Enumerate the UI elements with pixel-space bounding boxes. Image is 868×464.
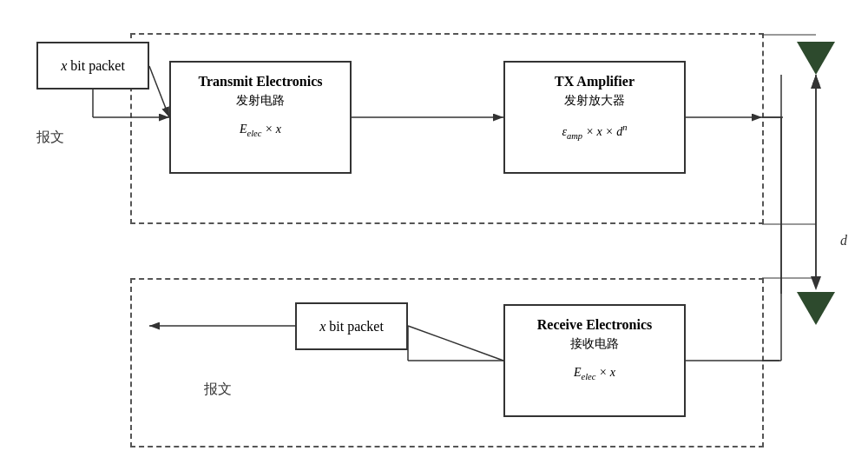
tx-elec-title-en: Transmit Electronics <box>199 73 323 89</box>
tx-amp-formula: εamp × x × dn <box>562 123 628 140</box>
distance-label: d <box>840 233 847 249</box>
rx-elec-formula: Eelec × x <box>574 366 615 381</box>
tx-elec-formula: Eelec × x <box>240 123 281 138</box>
packet-bottom-label: x bit packet <box>319 319 384 335</box>
tx-elec-box: Transmit Electronics 发射电路 Eelec × x <box>169 61 352 174</box>
packet-top-text: bit packet <box>67 58 125 73</box>
packet-top-label: x bit packet <box>61 58 125 74</box>
tx-elec-title-cn: 发射电路 <box>236 93 285 109</box>
rx-elec-title-cn: 接收电路 <box>570 336 619 352</box>
packet-bottom-text: bit packet <box>326 319 384 334</box>
rx-elec-box: Receive Electronics 接收电路 Eelec × x <box>503 304 686 417</box>
tx-amp-box: TX Amplifier 发射放大器 εamp × x × dn <box>503 61 686 174</box>
tx-amp-title-cn: 发射放大器 <box>564 93 625 109</box>
d-arrow-up <box>811 75 821 89</box>
packet-box-top: x bit packet <box>36 42 149 89</box>
baowen-bottom-label: 报文 <box>204 381 232 399</box>
tx-amp-title-en: TX Amplifier <box>555 73 635 89</box>
baowen-top-label: 报文 <box>36 129 64 147</box>
packet-box-bottom: x bit packet <box>295 302 408 350</box>
rx-antenna-icon <box>797 292 835 325</box>
d-arrow-down <box>811 276 821 290</box>
rx-elec-title-en: Receive Electronics <box>537 316 653 333</box>
tx-antenna-icon <box>797 42 835 75</box>
